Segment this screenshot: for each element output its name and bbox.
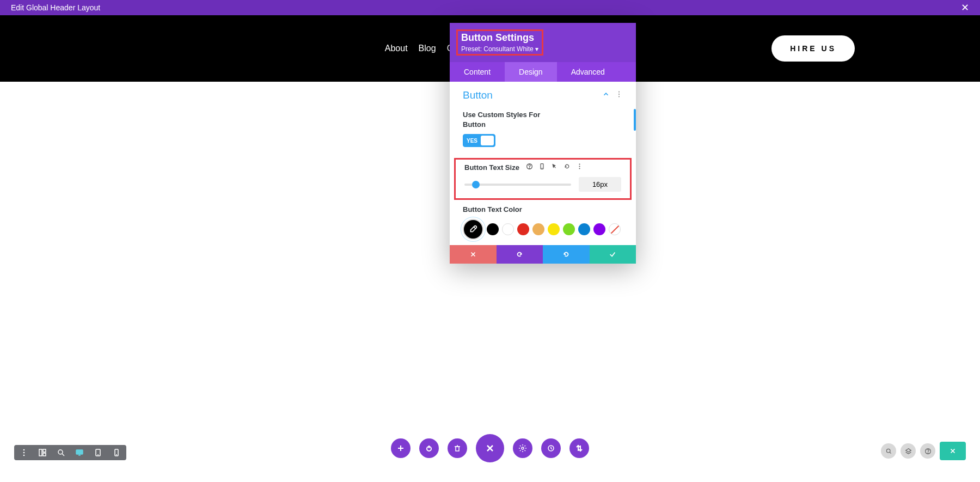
text-size-input[interactable] (579, 177, 621, 192)
confirm-button[interactable] (590, 245, 636, 264)
svg-point-20 (23, 449, 25, 451)
settings-button[interactable] (513, 438, 532, 458)
svg-rect-24 (43, 449, 46, 452)
svg-rect-28 (76, 450, 83, 454)
power-button[interactable] (419, 438, 439, 458)
svg-line-27 (62, 454, 64, 456)
nav-item-blog[interactable]: Blog (419, 44, 436, 53)
hover-icon[interactable] (551, 163, 558, 172)
panel-body: Button Use Custom Styles For Button YES … (450, 82, 636, 245)
swatch-blue[interactable] (578, 223, 590, 235)
svg-point-11 (529, 168, 530, 169)
panel-title-wrap: Button Settings Preset: Consultant White… (456, 29, 543, 56)
panel-title: Button Settings (461, 32, 538, 44)
svg-point-22 (23, 455, 25, 456)
zoom-icon[interactable] (57, 448, 65, 457)
svg-point-26 (58, 450, 63, 454)
reset-icon[interactable] (564, 163, 571, 172)
section-head: Button (450, 89, 636, 107)
svg-point-52 (928, 453, 928, 453)
history-button[interactable] (541, 438, 561, 458)
text-size-slider[interactable] (464, 184, 571, 186)
tabs: Content Design Advanced (450, 62, 636, 82)
undo-button[interactable] (497, 245, 543, 264)
text-size-field: Button Text Size (454, 158, 632, 200)
phone-icon[interactable] (538, 163, 546, 172)
custom-styles-label: Use Custom Styles For Button (463, 110, 623, 130)
slider-thumb[interactable] (472, 181, 480, 188)
panel-preset[interactable]: Preset: Consultant White ▾ (461, 45, 538, 53)
custom-styles-field: Use Custom Styles For Button YES (450, 107, 636, 155)
kebab-icon[interactable] (576, 163, 583, 172)
settings-panel: Button Settings Preset: Consultant White… (450, 23, 636, 264)
custom-styles-toggle[interactable]: YES (463, 134, 495, 147)
svg-point-7 (618, 91, 620, 92)
swatch-white[interactable] (502, 223, 514, 235)
wireframe-icon[interactable] (38, 448, 47, 457)
kebab-icon[interactable] (615, 90, 623, 100)
svg-rect-25 (43, 453, 46, 456)
svg-rect-23 (39, 449, 42, 456)
tablet-icon[interactable] (94, 448, 102, 457)
trash-button[interactable] (448, 438, 467, 458)
svg-marker-50 (905, 448, 911, 452)
phone-icon[interactable] (112, 448, 121, 457)
portability-button[interactable] (569, 438, 589, 458)
swatch-black[interactable] (487, 223, 499, 235)
kebab-icon[interactable] (20, 448, 28, 457)
panel-scrollbar[interactable] (634, 109, 636, 131)
color-picker-button[interactable] (463, 219, 483, 240)
close-main-button[interactable] (476, 434, 504, 462)
swatch-yellow[interactable] (548, 223, 560, 235)
tab-advanced[interactable]: Advanced (557, 62, 619, 82)
color-swatches (450, 213, 636, 242)
chevron-up-icon[interactable] (602, 90, 610, 100)
nav-item-about[interactable]: About (385, 44, 408, 53)
swatch-red[interactable] (517, 223, 529, 235)
top-bar: Edit Global Header Layout ✕ (0, 0, 980, 15)
toggle-value: YES (467, 138, 477, 144)
toggle-knob (481, 136, 494, 145)
svg-point-8 (618, 94, 620, 95)
svg-point-48 (886, 449, 890, 453)
svg-line-49 (890, 452, 891, 453)
search-button[interactable] (881, 443, 896, 459)
tab-design[interactable]: Design (505, 62, 557, 82)
desktop-icon[interactable] (75, 448, 84, 457)
swatch-orange[interactable] (532, 223, 544, 235)
svg-point-16 (579, 168, 580, 169)
close-icon[interactable]: ✕ (961, 2, 969, 14)
layers-button[interactable] (901, 443, 916, 459)
swatch-transparent[interactable] (609, 223, 621, 235)
panel-header[interactable]: Button Settings Preset: Consultant White… (450, 23, 636, 62)
help-icon[interactable] (526, 163, 533, 172)
svg-point-9 (618, 96, 620, 97)
text-size-label: Button Text Size (464, 163, 519, 172)
svg-point-15 (579, 166, 580, 167)
top-bar-title: Edit Global Header Layout (11, 3, 100, 12)
discard-button[interactable] (450, 245, 497, 264)
bottom-right-toolbar (881, 442, 966, 460)
more-dots[interactable]: ••• (450, 242, 636, 245)
svg-point-14 (579, 164, 580, 165)
tab-content[interactable]: Content (450, 62, 505, 82)
svg-rect-39 (456, 447, 459, 451)
add-button[interactable] (391, 438, 411, 458)
svg-point-44 (522, 447, 524, 449)
svg-point-21 (23, 452, 25, 454)
text-size-icons (526, 163, 583, 172)
help-button[interactable] (920, 443, 935, 459)
text-color-label: Button Text Color (450, 205, 636, 213)
bottom-left-toolbar (14, 445, 126, 460)
panel-footer (450, 245, 636, 264)
swatch-purple[interactable] (593, 223, 605, 235)
save-button[interactable] (940, 442, 966, 460)
swatch-green[interactable] (563, 223, 575, 235)
bottom-center-toolbar (391, 434, 589, 462)
hire-us-button[interactable]: HIRE US (771, 35, 855, 62)
section-title[interactable]: Button (463, 89, 493, 101)
redo-button[interactable] (543, 245, 590, 264)
